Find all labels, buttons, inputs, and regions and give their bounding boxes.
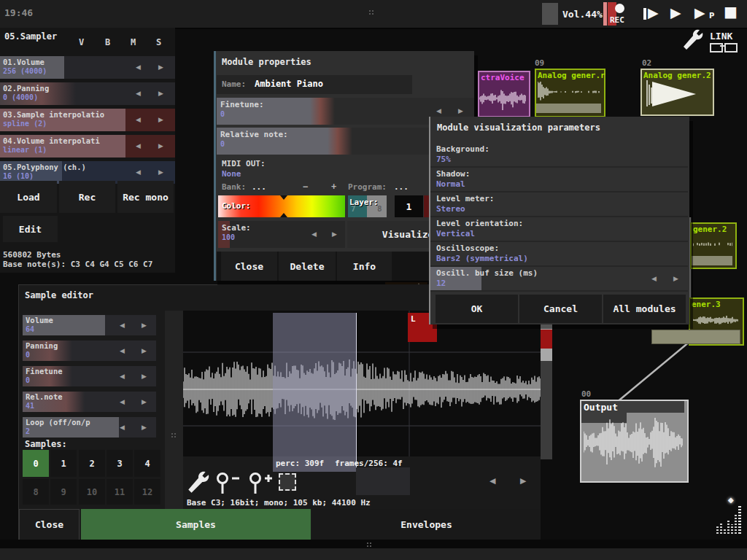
viz-row-buf-size[interactable]: Oscill. buf size (ms) 12 ◀ ▶	[430, 267, 688, 292]
scale-slider[interactable]: Scale: 100 ◀ ▶	[218, 221, 345, 248]
play-pattern-button[interactable]: ▶ P	[694, 4, 719, 23]
column-b-button[interactable]: B	[105, 37, 110, 47]
sample-slot-9[interactable]: 9	[50, 479, 77, 505]
arrow-left-icon[interactable]: ◀	[120, 373, 125, 380]
arrow-right-icon[interactable]: ▶	[142, 322, 147, 329]
controller-row-volume-interp[interactable]: 04.Volume interpolati linear (1) ◀ ▶	[0, 135, 175, 158]
stop-button[interactable]: ■	[724, 3, 738, 20]
viz-row-oscilloscope[interactable]: Oscilloscope: Bars2 (symmetrical)	[430, 242, 688, 267]
sample-ctl-volume[interactable]: Volume 64 ◀ ▶	[23, 315, 156, 335]
sample-slot-4[interactable]: 4	[134, 450, 160, 477]
sample-ctl-finetune[interactable]: Finetune 0 ◀ ▶	[23, 366, 156, 386]
load-button[interactable]: Load	[0, 181, 57, 213]
level-meter-icon[interactable]: ◆	[716, 502, 744, 534]
editor-divider-strip[interactable]	[165, 311, 183, 533]
viz-row-shadow[interactable]: Shadow: Normal	[430, 168, 688, 192]
arrow-left-icon[interactable]: ◀	[136, 143, 141, 149]
arrow-right-icon[interactable]: ▶	[142, 424, 147, 431]
arrow-right-icon[interactable]: ▶	[158, 90, 163, 97]
module-spectravoice[interactable]: ctraVoice	[478, 71, 530, 117]
module-gener-2b[interactable]: gener.2	[690, 222, 737, 269]
sample-ctl-loop[interactable]: Loop (off/on/p 2 ◀ ▶	[23, 417, 156, 438]
arrow-right-icon[interactable]: ▶	[158, 64, 163, 71]
sample-ctl-relnote[interactable]: Rel.note 41 ◀ ▶	[23, 392, 156, 412]
arrow-right-icon[interactable]: ▶	[158, 117, 163, 123]
sample-slot-0[interactable]: 0	[23, 450, 49, 477]
arrow-right-icon[interactable]: ▶	[520, 477, 526, 485]
module-analog-gener-2[interactable]: Analog gener.2	[640, 69, 714, 116]
arrow-left-icon[interactable]: ◀	[120, 424, 125, 431]
color-picker-bar[interactable]: Color:	[218, 195, 345, 217]
all-modules-button[interactable]: All modules	[603, 295, 686, 323]
sample-slot-10[interactable]: 10	[79, 479, 105, 505]
ok-button[interactable]: OK	[436, 295, 518, 323]
viz-row-level-meter[interactable]: Level meter: Stereo	[430, 192, 688, 217]
rec-button[interactable]: REC	[607, 1, 632, 26]
samples-tab-button[interactable]: Samples	[81, 509, 311, 540]
sample-slot-8[interactable]: 8	[23, 479, 49, 505]
arrow-left-icon[interactable]: ◀	[120, 348, 125, 354]
rec-sample-button[interactable]: Rec	[59, 181, 115, 213]
volume-knob[interactable]	[542, 3, 558, 25]
column-v-button[interactable]: V	[79, 37, 84, 47]
sample-slot-1[interactable]: 1	[50, 450, 77, 477]
sample-slot-3[interactable]: 3	[107, 450, 133, 477]
viz-row-level-orientation[interactable]: Level orientation: Vertical	[430, 217, 688, 242]
sample-ctl-panning[interactable]: Panning 0 ◀ ▶	[23, 341, 156, 361]
arrow-left-icon[interactable]: ◀	[651, 276, 657, 282]
controller-row-volume[interactable]: 01.Volume 256 (4000) ◀ ▶	[0, 56, 175, 79]
arrow-right-icon[interactable]: ▶	[458, 108, 463, 114]
arrow-left-icon[interactable]: ◀	[136, 64, 141, 71]
selection-tool-icon[interactable]	[279, 473, 296, 491]
arrow-right-icon[interactable]: ▶	[332, 231, 337, 238]
bank-plus-button[interactable]: +	[331, 182, 336, 192]
main-menu-button[interactable]: LINK	[681, 29, 746, 54]
controller-row-sample-interp[interactable]: 03.Sample interpolatio spline (2) ◀ ▶	[0, 109, 175, 131]
volume-label[interactable]: Vol.44%	[562, 9, 603, 20]
info-button[interactable]: Info	[337, 252, 392, 281]
rec-mono-button[interactable]: Rec mono	[117, 181, 174, 213]
edit-button[interactable]: Edit	[3, 216, 58, 242]
bank-minus-button[interactable]: −	[303, 182, 308, 192]
toolbar-extra-box[interactable]	[356, 467, 410, 495]
arrow-right-icon[interactable]: ▶	[158, 169, 163, 176]
arrow-right-icon[interactable]: ▶	[142, 348, 147, 354]
sample-slot-12[interactable]: 12	[134, 479, 160, 505]
arrow-left-icon[interactable]: ◀	[136, 117, 141, 123]
sample-slot-2[interactable]: 2	[79, 450, 105, 477]
arrow-left-icon[interactable]: ◀	[311, 231, 317, 238]
envelopes-tab-button[interactable]: Envelopes	[312, 509, 541, 540]
column-s-button[interactable]: S	[156, 37, 161, 47]
waveform-selection[interactable]	[273, 313, 357, 472]
sample-slot-11[interactable]: 11	[107, 479, 133, 505]
zoom-out-tool-icon[interactable]	[214, 472, 244, 497]
column-m-button[interactable]: M	[131, 37, 136, 47]
arrow-right-icon[interactable]: ▶	[142, 399, 147, 405]
wrench-tool-icon[interactable]	[185, 471, 210, 496]
arrow-left-icon[interactable]: ◀	[436, 108, 441, 114]
viz-row-background[interactable]: Background: 75%	[430, 143, 688, 168]
arrow-left-icon[interactable]: ◀	[136, 90, 141, 97]
arrow-left-icon[interactable]: ◀	[120, 399, 125, 405]
play-button[interactable]: ▶	[670, 4, 681, 20]
cancel-button[interactable]: Cancel	[519, 295, 602, 323]
drag-handle-strip[interactable]	[171, 433, 173, 435]
arrow-right-icon[interactable]: ▶	[142, 373, 147, 380]
arrow-left-icon[interactable]: ◀	[489, 477, 495, 485]
module-output[interactable]: Output	[580, 400, 689, 483]
delete-button[interactable]: Delete	[279, 252, 336, 281]
controller-row-panning[interactable]: 02.Panning 0 (4000) ◀ ▶	[0, 82, 175, 105]
name-field[interactable]: Name: Ambient Piano	[217, 75, 412, 94]
play-from-start-button[interactable]: ▶	[642, 4, 665, 23]
arrow-right-icon[interactable]: ▶	[158, 143, 163, 149]
close-editor-button[interactable]: Close	[19, 509, 80, 540]
arrow-right-icon[interactable]: ▶	[673, 276, 678, 282]
drag-handle-top[interactable]	[369, 10, 371, 12]
zoom-in-tool-icon[interactable]	[247, 472, 276, 497]
arrow-left-icon[interactable]: ◀	[120, 322, 125, 329]
arrow-left-icon[interactable]: ◀	[136, 169, 141, 176]
layer-selected-box[interactable]: 1	[395, 195, 423, 217]
waveform-display[interactable]	[183, 311, 541, 456]
drag-handle-bottom[interactable]	[367, 542, 368, 544]
module-analog-gener-r[interactable]: Analog gener.r	[535, 69, 605, 117]
